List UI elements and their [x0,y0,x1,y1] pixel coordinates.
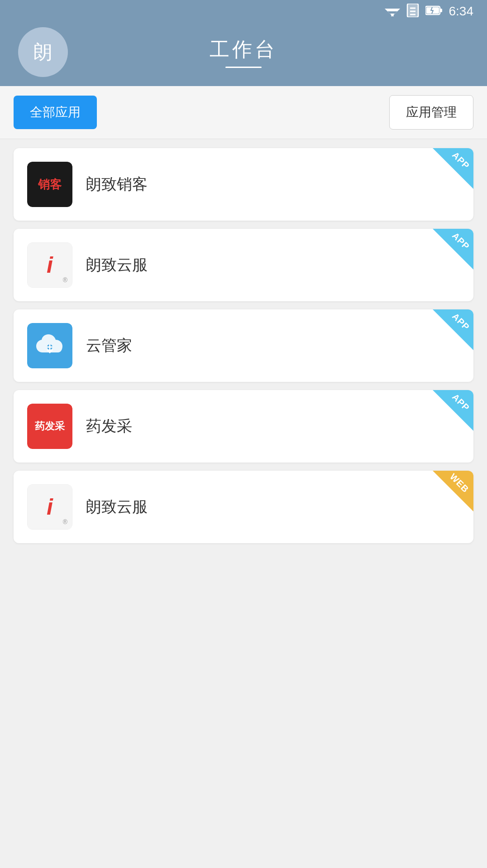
app-badge-xiaoke: APP [433,148,473,189]
app-icon-xiaoke: 销客 [27,162,72,207]
app-card-yunguan[interactable]: 云管家APP [14,309,473,382]
app-card-langzhi-yunfu1[interactable]: i ® 朗致云服APP [14,229,473,301]
app-list: 销客 朗致销客APP i ® 朗致云服APP 云管家APP 药发采 药发采APP [0,139,487,552]
page-title: 工作台 [210,36,277,63]
header: 朗 工作台 [0,23,487,86]
app-badge-langzhi-yunfu2: WEB [433,471,473,511]
app-name-xiaoke: 朗致销客 [86,174,148,195]
sim-icon [406,4,419,19]
title-underline [225,67,262,68]
battery-icon [425,5,443,17]
app-icon-langzhi-yunfu2: i ® [27,484,72,530]
app-name-langzhi-yunfu1: 朗致云服 [86,255,148,275]
wifi-icon [385,5,400,18]
svg-rect-10 [440,9,442,12]
app-name-yunguan: 云管家 [86,335,132,356]
app-badge-yaofacai: APP [433,390,473,431]
app-icon-yunguan [27,323,72,368]
app-name-langzhi-yunfu2: 朗致云服 [86,497,148,517]
app-manage-button[interactable]: 应用管理 [389,95,473,130]
app-card-yaofacai[interactable]: 药发采 药发采APP [14,390,473,463]
app-badge-langzhi-yunfu1: APP [433,229,473,270]
app-card-xiaoke[interactable]: 销客 朗致销客APP [14,148,473,221]
toolbar: 全部应用 应用管理 [0,86,487,139]
status-bar: 6:34 [0,0,487,23]
bottom-spacer [0,552,487,868]
status-time: 6:34 [449,4,474,19]
header-title-wrap: 工作台 [210,36,277,68]
app-card-langzhi-yunfu2[interactable]: i ® 朗致云服WEB [14,471,473,543]
app-icon-yaofacai: 药发采 [27,404,72,449]
avatar: 朗 [18,27,68,77]
app-icon-langzhi-yunfu1: i ® [27,242,72,288]
app-name-yaofacai: 药发采 [86,416,132,437]
app-badge-yunguan: APP [433,309,473,350]
all-apps-button[interactable]: 全部应用 [14,96,97,129]
